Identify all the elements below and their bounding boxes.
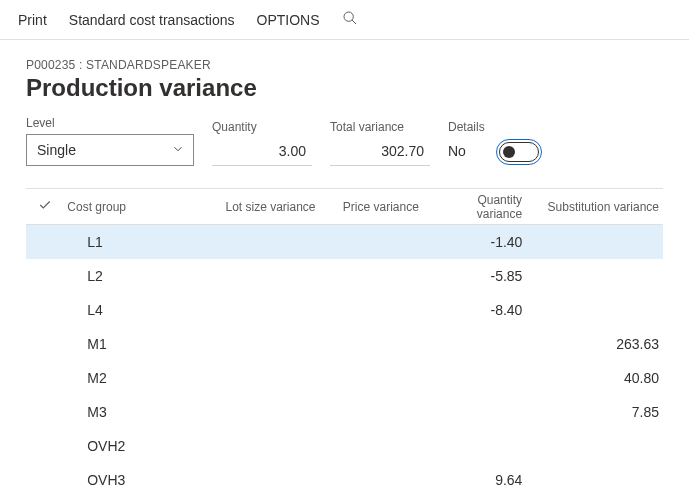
table-row[interactable]: L2-5.85 [26, 259, 663, 293]
details-toggle[interactable] [499, 142, 539, 162]
cell-quantity: -1.40 [429, 234, 532, 250]
table-row[interactable]: OVH39.64 [26, 463, 663, 497]
level-select[interactable]: Single [26, 134, 194, 166]
quantity-field: Quantity 3.00 [212, 120, 312, 166]
svg-line-1 [352, 20, 356, 24]
cell-cost-group: L1 [63, 234, 209, 250]
col-cost-group[interactable]: Cost group [63, 200, 208, 214]
col-substitution[interactable]: Substitution variance [532, 200, 663, 214]
page-title: Production variance [26, 74, 663, 102]
toggle-knob [503, 146, 515, 158]
cell-substitution: 7.85 [532, 404, 663, 420]
record-id: P000235 : STANDARDSPEAKER [26, 58, 663, 72]
toolbar: Print Standard cost transactions OPTIONS [0, 0, 689, 40]
chevron-down-icon [171, 142, 185, 159]
level-label: Level [26, 116, 194, 130]
cell-quantity: 9.64 [429, 472, 532, 488]
details-label: Details [448, 120, 485, 134]
table-row[interactable]: M1263.63 [26, 327, 663, 361]
level-field: Level Single [26, 116, 194, 166]
svg-point-0 [344, 12, 353, 21]
total-variance-field: Total variance 302.70 [330, 120, 430, 166]
level-value: Single [37, 142, 76, 158]
table-row[interactable]: M240.80 [26, 361, 663, 395]
table-row[interactable]: L1-1.40 [26, 225, 663, 259]
col-lot-size[interactable]: Lot size variance [208, 200, 325, 214]
col-price[interactable]: Price variance [326, 200, 429, 214]
table-row[interactable]: OVH2 [26, 429, 663, 463]
search-icon[interactable] [342, 10, 358, 29]
table-row[interactable]: M37.85 [26, 395, 663, 429]
cell-cost-group: M2 [63, 370, 209, 386]
cell-cost-group: OVH3 [63, 472, 209, 488]
table-header: Cost group Lot size variance Price varia… [26, 189, 663, 225]
details-field: Details No [448, 120, 539, 166]
cell-substitution: 263.63 [532, 336, 663, 352]
cell-cost-group: L2 [63, 268, 209, 284]
check-icon[interactable] [26, 198, 63, 215]
cell-quantity: -5.85 [429, 268, 532, 284]
content-area: P000235 : STANDARDSPEAKER Production var… [0, 40, 689, 503]
table-row[interactable]: OVH4-3.58 [26, 497, 663, 503]
std-cost-transactions-button[interactable]: Standard cost transactions [69, 12, 235, 28]
options-button[interactable]: OPTIONS [257, 12, 320, 28]
cell-cost-group: M1 [63, 336, 209, 352]
table-row[interactable]: L4-8.40 [26, 293, 663, 327]
quantity-value: 3.00 [212, 138, 312, 166]
total-variance-label: Total variance [330, 120, 430, 134]
table-body: L1-1.40L2-5.85L4-8.40M1263.63M240.80M37.… [26, 225, 663, 503]
cell-cost-group: M3 [63, 404, 209, 420]
cell-substitution: 40.80 [532, 370, 663, 386]
details-value: No [448, 138, 485, 166]
cell-cost-group: OVH2 [63, 438, 209, 454]
total-variance-value: 302.70 [330, 138, 430, 166]
variance-table: Cost group Lot size variance Price varia… [26, 188, 663, 503]
fields-row: Level Single Quantity 3.00 Total varianc… [26, 116, 663, 166]
cell-cost-group: L4 [63, 302, 209, 318]
col-quantity[interactable]: Quantity variance [429, 193, 532, 221]
print-button[interactable]: Print [18, 12, 47, 28]
quantity-label: Quantity [212, 120, 312, 134]
cell-quantity: -8.40 [429, 302, 532, 318]
